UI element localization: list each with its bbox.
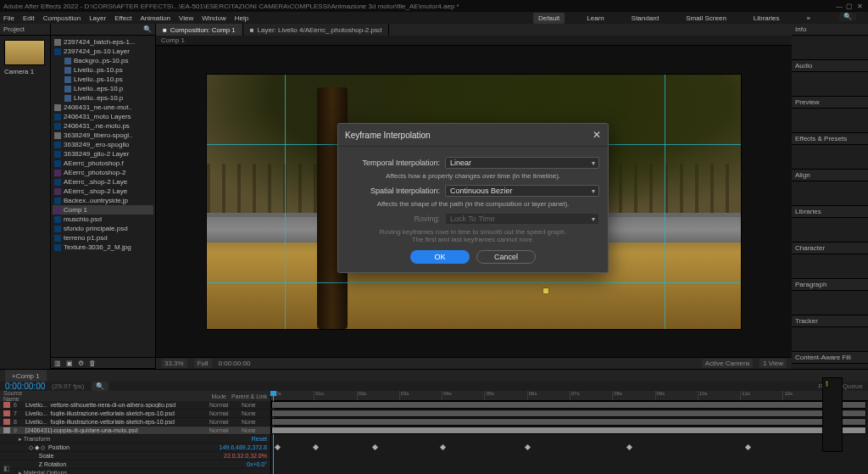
cancel-button[interactable]: Cancel: [476, 250, 536, 264]
menu-edit[interactable]: Edit: [23, 14, 35, 22]
project-item[interactable]: AEerrc_photoshop.f: [53, 159, 153, 168]
zoom-chip[interactable]: 33.3%: [161, 359, 187, 368]
project-item[interactable]: muschio.psd: [53, 215, 153, 224]
project-item[interactable]: Backgro..ps-10.ps: [53, 56, 153, 65]
panel-header[interactable]: Preview: [792, 97, 868, 109]
layer-group[interactable]: ▸ Transform Reset: [0, 435, 270, 443]
project-item[interactable]: 2406431_moto Layers: [53, 112, 153, 121]
spatial-select[interactable]: Continuous Bezier: [445, 185, 599, 197]
workspace-learn[interactable]: Learn: [581, 13, 609, 24]
tool-column: Project Camera 1: [0, 24, 51, 369]
view-chip[interactable]: 1 View: [760, 359, 787, 368]
audio-meter: [822, 377, 843, 452]
menu-layer[interactable]: Layer: [89, 14, 106, 22]
layer-list[interactable]: 6Livello..._vettore-silhouette-nera-di-u…: [0, 401, 270, 474]
project-item[interactable]: 2397424_ps-10 Layer: [53, 47, 153, 56]
help-search-icon[interactable]: 🔍: [839, 13, 856, 21]
project-item[interactable]: Comp 1: [53, 205, 153, 215]
timeline-panel: × Comp 1 0:00:00:00 (29.97 fps) 🔍 Render…: [0, 369, 868, 462]
project-item[interactable]: Livello..ps-10.ps: [53, 65, 153, 75]
timecode[interactable]: 0:00:00:00: [5, 382, 45, 391]
layer-row[interactable]: 6Livello..._vettore-silhouette-nera-di-u…: [0, 401, 270, 410]
project-item[interactable]: 3638249_glio-2 Layer: [53, 149, 153, 159]
menu-animation[interactable]: Animation: [140, 14, 170, 22]
roving-select: Lock To Time: [445, 213, 599, 225]
project-item[interactable]: 3638249_.ero-spoglio: [53, 140, 153, 149]
panel-header[interactable]: Character: [792, 243, 868, 254]
timeline-columns: Source Name Mode Parent & Link: [0, 391, 270, 401]
project-item[interactable]: Texture-3036_2_M.jpg: [53, 243, 153, 252]
layer-group[interactable]: ▸ Material Options: [0, 469, 270, 474]
project-item[interactable]: Livello..ps-10.ps: [53, 75, 153, 84]
workspace-overflow-icon[interactable]: »: [802, 13, 815, 24]
resolution-chip[interactable]: Full: [194, 359, 212, 368]
panel-header[interactable]: Tracker: [792, 315, 868, 327]
project-item[interactable]: sfondo principale.psd: [53, 224, 153, 233]
project-item[interactable]: Livello..eps-10.p: [53, 84, 153, 93]
workspace-libraries[interactable]: Libraries: [748, 13, 785, 24]
menu-help[interactable]: Help: [235, 14, 248, 22]
menu-view[interactable]: View: [179, 14, 193, 22]
project-item[interactable]: AEerrc_.shop-2 Laye: [53, 187, 153, 196]
project-item[interactable]: Backex..ountryside.jp: [53, 196, 153, 205]
timeline-search[interactable]: 🔍: [92, 382, 108, 391]
status-icon: ◧: [3, 465, 10, 472]
temporal-select[interactable]: Linear: [445, 157, 599, 169]
panel-header[interactable]: Info: [792, 24, 868, 36]
project-item[interactable]: 2397424_batch-eps-1...: [53, 37, 153, 47]
keyframe-handle[interactable]: [543, 288, 548, 293]
project-selected-name: Camera 1: [2, 68, 48, 75]
project-thumbnail[interactable]: [4, 40, 45, 65]
panel-header[interactable]: Audio: [792, 60, 868, 72]
menu-effect[interactable]: Effect: [114, 14, 131, 22]
menu-file[interactable]: File: [3, 14, 14, 22]
panel-header[interactable]: Paragraph: [792, 279, 868, 291]
project-settings-icon[interactable]: ⚙: [78, 360, 84, 367]
keyframe-interpolation-dialog: Keyframe Interpolation ✕ Temporal Interp…: [337, 123, 609, 273]
project-item[interactable]: 2406431_.ne-moto.ps: [53, 121, 153, 131]
panel-header[interactable]: Content-Aware Fill: [792, 352, 868, 364]
ok-button[interactable]: OK: [410, 250, 470, 264]
project-new-folder-icon[interactable]: ▥: [54, 360, 61, 367]
panel-header[interactable]: Libraries: [792, 206, 868, 218]
workspace-smallscreen[interactable]: Small Screen: [681, 13, 732, 24]
project-new-comp-icon[interactable]: ▣: [66, 360, 73, 367]
close-icon[interactable]: ✕: [854, 3, 865, 10]
layer-row[interactable]: 8Livello..._foglie-illustrazione-vettori…: [0, 418, 270, 427]
minimize-icon[interactable]: ―: [834, 3, 844, 10]
project-tab[interactable]: Project: [0, 24, 50, 36]
project-trash-icon[interactable]: 🗑: [89, 360, 96, 367]
timeline-tab[interactable]: × Comp 1: [5, 370, 47, 382]
project-item[interactable]: 3638249_libero-spogl..: [53, 131, 153, 140]
panel-header[interactable]: Effects & Presets: [792, 133, 868, 145]
layer-prop[interactable]: Scale22.0,32.0,32.0%: [0, 452, 270, 460]
panel-header[interactable]: Align: [792, 170, 868, 181]
app-title: Adobe After Effects 2022 - D:\CORSI\AFTE…: [3, 3, 459, 10]
layer-row[interactable]: 7Livello..._foglie-illustrazione-vettori…: [0, 410, 270, 418]
dialog-close-icon[interactable]: ✕: [593, 129, 601, 141]
comp-tab-active[interactable]: ■ Composition: Comp 1: [156, 24, 243, 36]
dialog-title: Keyframe Interpolation: [345, 131, 431, 140]
maximize-icon[interactable]: ▢: [844, 3, 854, 10]
project-panel: 🔍 2397424_batch-eps-1...2397424_ps-10 La…: [51, 24, 156, 369]
composition-breadcrumb[interactable]: Comp 1: [156, 36, 792, 46]
layer-prop[interactable]: ◇ ◆ ◇ Position149.6,489.2,372.8: [0, 443, 270, 452]
project-item[interactable]: terreno p1.psd: [53, 233, 153, 243]
spatial-label: Spatial Interpolation:: [347, 187, 440, 195]
timeline-graph[interactable]: 00s01s02s03s04s05s06s07s08s09s10s11s12s1…: [271, 391, 868, 474]
camera-chip[interactable]: Active Camera: [702, 359, 753, 368]
roving-label: Roving:: [347, 215, 440, 223]
project-item[interactable]: Livello..eps-10.p: [53, 93, 153, 103]
project-item[interactable]: AEerrc_.shop-2 Laye: [53, 177, 153, 187]
project-item[interactable]: AEerrc_photoshop-2: [53, 168, 153, 177]
menu-composition[interactable]: Composition: [43, 14, 81, 22]
workspace-standard[interactable]: Standard: [626, 13, 664, 24]
menu-window[interactable]: Window: [202, 14, 225, 22]
workspace-default[interactable]: Default: [533, 13, 565, 24]
layer-prop[interactable]: Z Rotation0x+0.0°: [0, 460, 270, 469]
project-search-icon[interactable]: 🔍: [143, 25, 152, 33]
project-item[interactable]: 2406431_ne-une-mot..: [53, 103, 153, 112]
layer-row[interactable]: 9[2406431]-coppia-di-guidare-una-moto.ps…: [0, 427, 270, 435]
project-tree[interactable]: 2397424_batch-eps-1...2397424_ps-10 Laye…: [51, 36, 155, 357]
comp-tab-layer[interactable]: ■ Layer: Livello 4/AEerrc_.photoshop-2.p…: [243, 24, 390, 36]
